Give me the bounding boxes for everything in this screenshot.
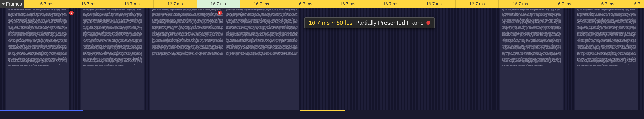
tooltip-title: Partially Presented Frame bbox=[355, 19, 424, 26]
frames-track-header[interactable]: Frames bbox=[0, 0, 24, 8]
frame-duration: 16.7 bbox=[632, 1, 640, 6]
frame-screenshot[interactable]: Lorem ipsum dolor sit amet, consectetur … bbox=[569, 8, 644, 110]
frame-screenshot[interactable]: Lorem ipsum dolor sit amet, consectetur … bbox=[0, 8, 75, 110]
page-text: Lorem ipsum dolor sit amet, consectetur … bbox=[8, 9, 67, 66]
frames-timeline: Frames 16.7 ms 16.7 ms 16.7 ms 16.7 ms 1… bbox=[0, 0, 644, 119]
frame-cell[interactable]: 16.7 ms bbox=[283, 0, 326, 8]
tooltip-duration: 16.7 ms ~ 60 fps bbox=[308, 19, 352, 26]
page-content: Lorem ipsum dolor sit amet, consectetur … bbox=[6, 8, 69, 110]
frame-cell[interactable]: 16.7 ms bbox=[154, 0, 197, 8]
frame-cell[interactable]: 16.7 ms bbox=[326, 0, 370, 8]
frame-cell[interactable]: 16.7 ms bbox=[240, 0, 283, 8]
frame-cell[interactable]: 16.7 ms bbox=[499, 0, 542, 8]
frame-screenshot[interactable]: Lorem ipsum dolor sit amet, consectetur … bbox=[494, 8, 569, 110]
bottom-divider bbox=[0, 110, 644, 119]
frame-duration: 16.7 ms bbox=[469, 1, 485, 6]
frame-cell[interactable]: 16.7 ms bbox=[585, 0, 628, 8]
frame-screenshot[interactable]: Lorem ipsum dolor sit amet, consectetur … bbox=[75, 8, 150, 110]
frame-duration: 16.7 ms bbox=[340, 1, 355, 6]
frame-cell[interactable]: 16.7 bbox=[628, 0, 644, 8]
page-content: Lorem ipsum dolor sit amet, consectetur … bbox=[575, 8, 638, 110]
page-content: Lorem ipsum dolor sit amet, consectetur … bbox=[500, 8, 563, 110]
frame-duration: 16.7 ms bbox=[124, 1, 140, 6]
divider-segment bbox=[0, 110, 83, 119]
divider-segment bbox=[300, 110, 346, 119]
frame-cell[interactable]: 16.7 ms bbox=[456, 0, 499, 8]
screenshot-strip: Lorem ipsum dolor sit amet, consectetur … bbox=[0, 8, 644, 110]
frame-duration: 16.7 ms bbox=[210, 1, 226, 6]
collapse-triangle-icon[interactable] bbox=[2, 3, 5, 5]
frame-duration: 16.7 ms bbox=[81, 1, 96, 6]
page-text: Lorem ipsum dolor sit amet, consectetur … bbox=[226, 9, 298, 56]
frame-screenshot[interactable]: Lorem ipsum dolor sit amet, consectetur … bbox=[150, 8, 300, 110]
frame-duration: 16.7 ms bbox=[254, 1, 269, 6]
page-text: Lorem ipsum dolor sit amet, consectetur … bbox=[577, 9, 636, 66]
frame-duration: 16.7 ms bbox=[297, 1, 312, 6]
frames-ruler: Frames 16.7 ms 16.7 ms 16.7 ms 16.7 ms 1… bbox=[0, 0, 644, 8]
partial-frame-indicator-icon bbox=[426, 21, 430, 25]
page-text: Lorem ipsum dolor sit amet, consectetur … bbox=[82, 9, 142, 66]
frame-duration: 16.7 ms bbox=[556, 1, 571, 6]
divider-segment bbox=[346, 110, 644, 119]
frame-duration: 16.7 ms bbox=[512, 1, 528, 6]
frame-duration: 16.7 ms bbox=[168, 1, 183, 6]
frame-cell[interactable]: 16.7 ms bbox=[412, 0, 456, 8]
frame-duration: 16.7 ms bbox=[38, 1, 53, 6]
frame-cell[interactable]: 16.7 ms bbox=[110, 0, 154, 8]
layout-shift-marker-icon[interactable]: S bbox=[218, 11, 222, 15]
page-content: Lorem ipsum dolor sit amet, consectetur … bbox=[81, 8, 144, 110]
page-text: Lorem ipsum dolor sit amet, consectetur … bbox=[502, 9, 561, 66]
frame-duration: 16.7 ms bbox=[599, 1, 614, 6]
divider-segment bbox=[83, 110, 300, 119]
frame-tooltip: 16.7 ms ~ 60 fps Partially Presented Fra… bbox=[304, 17, 434, 28]
frame-duration: 16.7 ms bbox=[383, 1, 398, 6]
layout-shift-marker-icon[interactable]: S bbox=[69, 11, 74, 15]
frame-cell[interactable]: 16.7 ms bbox=[197, 0, 240, 8]
page-text: Lorem ipsum dolor sit amet, consectetur … bbox=[152, 9, 224, 56]
page-content: Lorem ipsum dolor sit amet, consectetur … bbox=[150, 8, 225, 110]
frame-duration: 16.7 ms bbox=[426, 1, 442, 6]
frame-cell[interactable]: 16.7 ms bbox=[24, 0, 67, 8]
frame-cell[interactable]: 16.7 ms bbox=[67, 0, 110, 8]
frame-cell[interactable]: 16.7 ms bbox=[542, 0, 585, 8]
page-content: Lorem ipsum dolor sit amet, consectetur … bbox=[225, 8, 300, 110]
frames-track-label: Frames bbox=[6, 1, 22, 7]
frame-cell[interactable]: 16.7 ms bbox=[370, 0, 412, 8]
